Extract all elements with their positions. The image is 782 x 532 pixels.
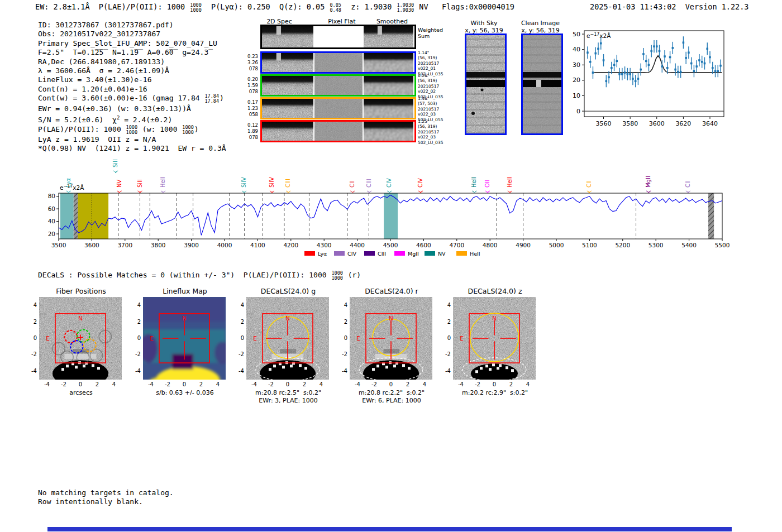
stacked-fraction: 10001000: [126, 125, 137, 135]
svg-text:3560: 3560: [596, 120, 612, 127]
2d-cell-flat: [314, 76, 363, 95]
line-fit-plot-svg: 0102030405035603580360036203640e−17x2Å: [559, 23, 754, 127]
weighted-sum-label: Weighted Sum: [418, 27, 443, 40]
x-tick-label: -4: [145, 381, 156, 387]
text-segment: ID: 3012737867 (3012737867.pdf): [38, 21, 174, 29]
info-line-0: ID: 3012737867 (3012737867.pdf): [38, 21, 226, 30]
line-label-SiIV: SiIV: [241, 177, 247, 188]
with-sky-image: [465, 33, 507, 135]
x-tick-label: 0: [489, 381, 500, 387]
weighted-sum-row: [260, 25, 416, 49]
bottom-progress-bar: [47, 527, 732, 531]
x-tick-label: 2: [402, 381, 413, 387]
2d-cell-smooth: [364, 53, 413, 72]
y-tick-label: 0: [440, 335, 451, 341]
text-segment: ): [220, 94, 224, 102]
info-line-12: LyA z = 1.9619 OII z = N/A: [38, 135, 226, 144]
2d-cell-smooth: [364, 76, 413, 95]
svg-text:HeII: HeII: [470, 251, 480, 257]
sky-image-panels: With Skyx, y: 56, 319Clean Imagex, y: 56…: [455, 18, 573, 138]
2d-cell-spec-notch: [262, 53, 313, 72]
info-line-3: F=2.5" T=0.1̅2̅5̅ N=1.1̅9̅ A=0.6̅0̅ g=24…: [38, 48, 226, 57]
text-segment: RA,Dec (266.841980,67.189133): [38, 57, 165, 66]
text-segment: = 2.4(±0.2): [120, 116, 172, 124]
exposure-row-0: [260, 51, 416, 74]
svg-text:4100: 4100: [250, 242, 265, 248]
line-label-CIV: CIV: [386, 178, 392, 188]
emission-line-labels: LyαSiIINVSiIIHeIISiIVSiIVCIIICIICIIICIVC…: [65, 159, 691, 193]
full-spectrum-svg: 2040608035003600370038003900400041004200…: [47, 152, 732, 261]
panel-caption-2: EWr: 3, PLAE: 1000: [230, 397, 347, 404]
info-line-2: Primary Spec_Slot_IFU_AMP: 502_070_047_L…: [38, 39, 226, 48]
panel-caption-1: s/b: 0.63 +/- 0.036: [126, 389, 244, 396]
svg-text:5400: 5400: [681, 242, 697, 248]
panel-image-map: NE: [143, 297, 226, 380]
compass-east-label: E: [356, 336, 360, 342]
row-right-labels-2: 1.46"(57, 503)20210517v022_03502_LU_055: [418, 96, 457, 122]
svg-text:4000: 4000: [217, 242, 232, 248]
x-tick-label: 2: [92, 381, 103, 387]
row-left-labels-2: 0.171.23058: [246, 99, 258, 118]
svg-text:3800: 3800: [151, 242, 166, 248]
svg-text:5500: 5500: [715, 242, 730, 248]
row-left-labels-3: 0.121.89078: [246, 122, 258, 141]
svg-text:5200: 5200: [615, 242, 630, 248]
panel-title: Fiber Positions: [22, 287, 140, 295]
y-tick-label: -2: [336, 351, 347, 357]
svg-text:10: 10: [573, 92, 580, 99]
text-segment: P(Lyα): 0.250 Q(z): 0.05: [202, 2, 330, 11]
x-tick-label: 0: [75, 381, 86, 387]
x-tick-label: 4: [212, 381, 223, 387]
timestamp-version: 2025-01-03 11:43:02 Version 1.22.3: [590, 2, 748, 11]
svg-text:60: 60: [48, 205, 55, 212]
y-tick-label: 4: [130, 302, 141, 308]
svg-text:20: 20: [573, 76, 580, 84]
footer-note-2: Row intentionally blank.: [38, 497, 143, 506]
2d-cell-smooth: [364, 99, 413, 118]
text-segment: Cont(n) = 1.20(±0.04)e-16: [38, 85, 147, 93]
line-label-CII: CII: [349, 180, 355, 188]
svg-text:NV: NV: [438, 251, 446, 257]
info-line-6: LineFlux = 3.40(±1.30)e-16: [38, 75, 226, 84]
info-line-5: λ = 3600.66Å σ = 2.46(±1.09)Å: [38, 66, 226, 75]
x-tick-label: 2: [506, 381, 517, 387]
panel-caption-1: m:20.2 rc:2.9" s:0.2": [436, 389, 554, 396]
svg-text:4200: 4200: [283, 242, 298, 248]
panel-image-fiber: NE: [39, 297, 122, 380]
2d-cell-smooth: [364, 122, 413, 141]
line-label-CIII: CIII: [366, 179, 372, 188]
panel-caption-1: m:20.8 rc:2.2" s:0.2": [333, 389, 450, 396]
svg-text:5000: 5000: [549, 242, 564, 248]
summary-header: EW: 2.8±1.1Å P(LAE)/P(OII): 1000 1000100…: [35, 2, 514, 13]
compass-east-label: E: [150, 336, 153, 342]
line-label-CII: CII: [586, 180, 592, 188]
2d-cell-flat: [314, 53, 363, 72]
text-segment: ): [194, 125, 199, 133]
flux-units-annotation: e−17x2Å: [586, 32, 611, 39]
y-tick-label: 0: [26, 335, 37, 341]
flux-units-annotation: e−17x2Å: [60, 184, 84, 191]
info-line-9: EWr = 0.94(±0.36) (w: 0.33(±0.13))Å: [38, 104, 226, 113]
panel-title: DECaLS(24.0) g: [230, 287, 347, 295]
panel-image-decalsz: NE: [453, 297, 536, 380]
row-left-labels-0: 0.233.26078: [246, 54, 258, 72]
panel-title: DECaLS(24.0) r: [333, 287, 450, 295]
x-tick-label: 2: [196, 381, 207, 387]
2d-cell-spec: [262, 99, 313, 118]
panel-xlabel: arcsecs: [22, 389, 140, 396]
stacked-fraction: 17.8417.84: [204, 94, 219, 104]
compass-east-label: E: [46, 336, 49, 342]
compass-north-label: N: [285, 315, 289, 322]
line-label-SiII: SiII: [112, 159, 118, 167]
text-segment: z: 1.9030: [342, 2, 397, 11]
y-tick-label: 0: [130, 335, 141, 341]
detection-info-block: ID: 3012737867 (3012737867.pdf)Obs: 2021…: [38, 21, 226, 154]
cutout-panel-0: Fiber PositionsNE-4-4-2-2002244arcsecs: [22, 284, 140, 404]
line-label-SiII: SiII: [137, 179, 143, 188]
svg-text:3700: 3700: [117, 242, 132, 248]
x-tick-label: 4: [316, 381, 327, 387]
svg-text:0: 0: [576, 108, 580, 115]
svg-text:4900: 4900: [516, 242, 531, 248]
y-tick-label: 0: [336, 335, 347, 341]
y-tick-label: 2: [440, 319, 451, 325]
